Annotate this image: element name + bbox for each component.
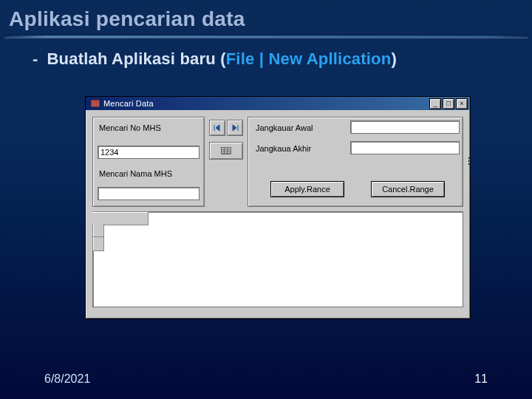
- minimize-button[interactable]: _: [429, 98, 441, 109]
- input-jangkauan-awal[interactable]: [350, 120, 460, 134]
- paren-open: (: [220, 50, 226, 68]
- app-window-screenshot: Mencari Data _ □ × Mencari No MHS Mencar…: [85, 96, 469, 318]
- bullet-line: - Buatlah Aplikasi baru (File | New Apll…: [0, 38, 532, 81]
- footer-date: 6/8/2021: [44, 372, 90, 386]
- svg-rect-1: [91, 100, 100, 101]
- last-record-icon: [230, 123, 240, 133]
- apply-range-button[interactable]: Apply.Rance: [270, 181, 344, 197]
- data-grid[interactable]: [92, 211, 463, 307]
- right-panel: Jangkauar Awal Jangkaua Akhir Apply.Ranc…: [248, 117, 463, 207]
- bullet-dash: -: [33, 50, 38, 69]
- minimize-icon: _: [433, 100, 437, 107]
- window-caption: Mencari Data: [103, 99, 429, 108]
- first-record-icon: [212, 123, 222, 133]
- input-nama-mhs[interactable]: [98, 187, 200, 200]
- label-no-mhs: Mencari No MHS: [99, 123, 161, 132]
- paren-close: ): [391, 50, 397, 68]
- app-icon: [90, 98, 100, 109]
- left-panel: Mencari No MHS Mencari Nama MHS: [92, 117, 205, 207]
- label-jangkauan-akhir: Jangkaua Akhir: [256, 144, 311, 153]
- design-handle-dots: [468, 157, 470, 166]
- window-control-buttons: _ □ ×: [429, 98, 468, 109]
- maximize-icon: □: [446, 100, 450, 107]
- slide-footer: 6/8/2021 11: [0, 362, 532, 399]
- input-no-mhs[interactable]: [98, 146, 200, 159]
- grid-row-header[interactable]: [92, 224, 104, 251]
- close-button[interactable]: ×: [456, 98, 468, 109]
- cancel-range-button[interactable]: Cancel.Range: [371, 181, 445, 197]
- label-jangkauan-awal: Jangkauar Awal: [256, 123, 313, 132]
- nav-list-button[interactable]: [209, 142, 243, 160]
- maximize-button[interactable]: □: [443, 98, 454, 109]
- menu-path: File | New Apllication: [226, 50, 392, 68]
- grid-col-header[interactable]: [103, 211, 149, 225]
- client-area: Mencari No MHS Mencari Nama MHS: [88, 112, 468, 316]
- bullet-body: Buatlah Aplikasi baru (File | New Apllic…: [47, 50, 397, 69]
- titlebar[interactable]: Mencari Data _ □ ×: [86, 97, 470, 110]
- label-nama-mhs: Mencari Nama MHS: [99, 169, 172, 178]
- nav-last-button[interactable]: [227, 120, 243, 136]
- app-window: Mencari Data _ □ × Mencari No MHS Mencar…: [85, 96, 471, 319]
- footer-page-number: 11: [474, 372, 488, 386]
- bullet-text: Buatlah Aplikasi baru: [47, 50, 216, 68]
- record-list-icon: [221, 146, 231, 156]
- close-icon: ×: [460, 100, 463, 107]
- slide-title: Aplikasi pencarian data: [0, 0, 532, 35]
- input-jangkauan-akhir[interactable]: [350, 141, 460, 154]
- nav-first-button[interactable]: [209, 120, 225, 136]
